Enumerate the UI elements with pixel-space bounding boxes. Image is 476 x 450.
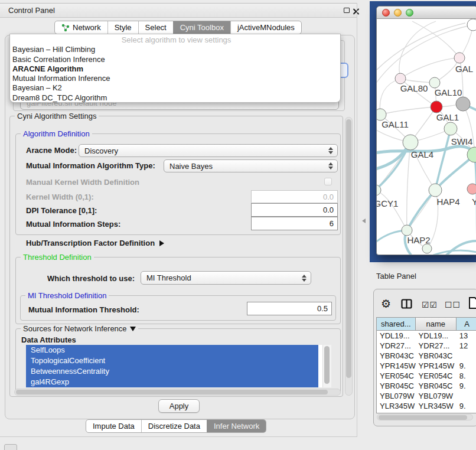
table-cell: 8. xyxy=(457,371,476,380)
network-canvas[interactable]: GALGAL80GAL10GAL1GAL11SWI4GAL4GCY1HAP4YH… xyxy=(377,19,476,255)
network-edge xyxy=(380,107,436,115)
which-threshold-value: MI Threshold xyxy=(146,273,191,282)
splitter-collapse-icon[interactable] xyxy=(362,219,366,223)
kernel-width-field[interactable]: 0.0 xyxy=(251,190,338,203)
table-row[interactable]: YBR045CYBR045C9. xyxy=(377,381,476,391)
aracne-mode-label: Aracne Mode: xyxy=(26,146,77,155)
tab-select[interactable]: Select xyxy=(138,21,173,34)
hub-definition-expander[interactable]: Hub/Transcription Factor Definition xyxy=(26,239,164,247)
network-node[interactable] xyxy=(429,184,442,197)
tab-cyni-toolbox[interactable]: Cyni Toolbox xyxy=(173,21,230,34)
network-view-window[interactable]: GALGAL80GAL10GAL1GAL11SWI4GAL4GCY1HAP4YH… xyxy=(376,6,476,255)
settings-horizontal-scrollbar[interactable] xyxy=(14,389,341,396)
tab-jactivemnodules[interactable]: jActiveMNodules xyxy=(230,21,301,34)
network-edge xyxy=(399,21,436,79)
table-row[interactable]: YBL079WYBL079W xyxy=(377,391,476,401)
tab-discretize-data[interactable]: Discretize Data xyxy=(141,420,207,432)
control-panel-tabs: NetworkStyleSelectCyni ToolboxjActiveMNo… xyxy=(54,21,302,34)
tab-infer-network[interactable]: Infer Network xyxy=(207,420,266,432)
dpi-tolerance-field[interactable]: 0.0 xyxy=(251,203,338,217)
settings-gear-icon[interactable]: ⚙ xyxy=(381,297,391,310)
tab-network[interactable]: Network xyxy=(55,21,107,34)
tab-impute-data-label: Impute Data xyxy=(93,422,135,431)
new-table-icon[interactable] xyxy=(468,296,476,309)
sources-group-title[interactable]: Sources for Network Inference xyxy=(21,324,138,333)
aracne-mode-combo[interactable]: Discovery xyxy=(79,144,338,157)
node-table[interactable]: shared...nameA YDL19...YDL19...13YDR27..… xyxy=(376,317,476,413)
kernel-width-label: Kernel Width (0,1): xyxy=(26,193,94,201)
attribute-item-topologicalcoefficient[interactable]: TopologicalCoefficient xyxy=(26,356,318,366)
data-attributes-list[interactable]: SelfLoopsTopologicalCoefficientBetweenne… xyxy=(26,345,331,387)
network-window-titlebar[interactable] xyxy=(377,6,476,19)
network-node[interactable] xyxy=(403,135,418,150)
apply-button[interactable]: Apply xyxy=(158,399,200,413)
network-node[interactable] xyxy=(431,101,442,113)
mi-threshold-group-title: MI Threshold Definition xyxy=(25,291,109,300)
attribute-item-gal4rgexp[interactable]: gal4RGexp xyxy=(26,377,318,387)
combo-stepper-icon xyxy=(328,162,333,169)
network-node[interactable] xyxy=(429,77,440,88)
tab-impute-data[interactable]: Impute Data xyxy=(86,420,141,432)
table-header-row: shared...nameA xyxy=(377,318,476,331)
collapsed-panel-button[interactable] xyxy=(4,444,17,450)
table-row[interactable]: YDL19...YDL19...13 xyxy=(377,331,476,341)
manual-kernel-label: Manual Kernel Width Definition xyxy=(26,178,139,187)
algorithm-option-dream8-dc-tdc-algorithm[interactable]: Dream8 DC_TDC Algorithm xyxy=(10,93,340,103)
table-row[interactable]: YLR345WYLR345W9. xyxy=(377,401,476,411)
mi-threshold-field[interactable]: 0.5 xyxy=(247,302,332,315)
algorithm-option-bayesian-k2[interactable]: Bayesian – K2 xyxy=(10,83,340,93)
select-all-checked-icon[interactable]: ☑☑ xyxy=(422,300,438,309)
attribute-item-selfloops[interactable]: SelfLoops xyxy=(26,345,318,356)
collapse-down-icon xyxy=(130,327,136,331)
column-header-a[interactable]: A xyxy=(457,318,476,330)
table-cell: YBR045C xyxy=(416,381,457,390)
attributes-scrollbar[interactable] xyxy=(322,345,331,387)
attribute-item-betweennesscentrality[interactable]: BetweennessCentrality xyxy=(26,366,318,377)
settings-vertical-scrollbar[interactable] xyxy=(345,117,353,396)
network-node[interactable] xyxy=(444,122,457,135)
tab-style[interactable]: Style xyxy=(107,21,138,34)
zoom-traffic-icon[interactable] xyxy=(406,9,413,17)
table-row[interactable]: YDR27...YDR27...12 xyxy=(377,341,476,351)
algorithm-option-mutual-information-inference[interactable]: Mutual Information Inference xyxy=(10,74,340,83)
network-node[interactable] xyxy=(456,97,470,111)
minimize-traffic-icon[interactable] xyxy=(394,9,402,17)
network-node[interactable] xyxy=(467,19,476,31)
table-cell: YBR045C xyxy=(377,381,416,390)
network-node[interactable] xyxy=(377,109,386,120)
table-row[interactable]: YIL052CYIL052C9. xyxy=(377,411,476,413)
network-node[interactable] xyxy=(402,225,412,236)
expand-right-icon xyxy=(159,240,164,246)
network-node[interactable] xyxy=(467,184,476,194)
column-header-name[interactable]: name xyxy=(416,318,457,330)
network-node[interactable] xyxy=(422,244,432,253)
table-row[interactable]: YER054CYER054C8. xyxy=(377,371,476,381)
table-horizontal-scrollbar[interactable] xyxy=(377,414,473,420)
select-none-unchecked-icon[interactable]: ☐☐ xyxy=(445,300,461,309)
algorithm-option-bayesian-hill-climbing[interactable]: Bayesian – Hill Climbing xyxy=(10,45,340,54)
mi-steps-field[interactable]: 6 xyxy=(251,217,338,230)
mi-type-combo[interactable]: Naive Bayes xyxy=(164,159,338,172)
network-node[interactable] xyxy=(395,73,406,84)
network-node[interactable] xyxy=(454,53,465,63)
network-icon xyxy=(61,24,70,32)
table-cell: YIL052C xyxy=(416,412,457,413)
float-icon[interactable] xyxy=(344,8,350,13)
combo-stepper-icon xyxy=(328,147,333,154)
panel-right-border xyxy=(357,3,357,437)
which-threshold-combo[interactable]: MI Threshold xyxy=(141,271,311,285)
algorithm-option-basic-correlation-inference[interactable]: Basic Correlation Inference xyxy=(10,55,340,64)
manual-kernel-checkbox[interactable] xyxy=(324,178,332,185)
table-row[interactable]: YBR043CYBR043C xyxy=(377,351,476,361)
algorithm-option-aracne-algorithm[interactable]: ARACNE Algorithm xyxy=(10,64,340,74)
split-view-icon[interactable] xyxy=(401,299,412,309)
algorithm-prompt: Select algorithm to view settings xyxy=(10,35,340,45)
network-edge-highlighted xyxy=(433,250,476,255)
network-node-label: Y xyxy=(472,197,476,207)
table-row[interactable]: YPR145WYPR145W9. xyxy=(377,361,476,371)
table-cell: 13 xyxy=(457,331,476,340)
data-attributes-label: Data Attributes xyxy=(21,335,76,344)
column-header-shared-[interactable]: shared... xyxy=(377,318,416,330)
close-icon[interactable] xyxy=(353,8,360,15)
close-traffic-icon[interactable] xyxy=(382,9,390,17)
